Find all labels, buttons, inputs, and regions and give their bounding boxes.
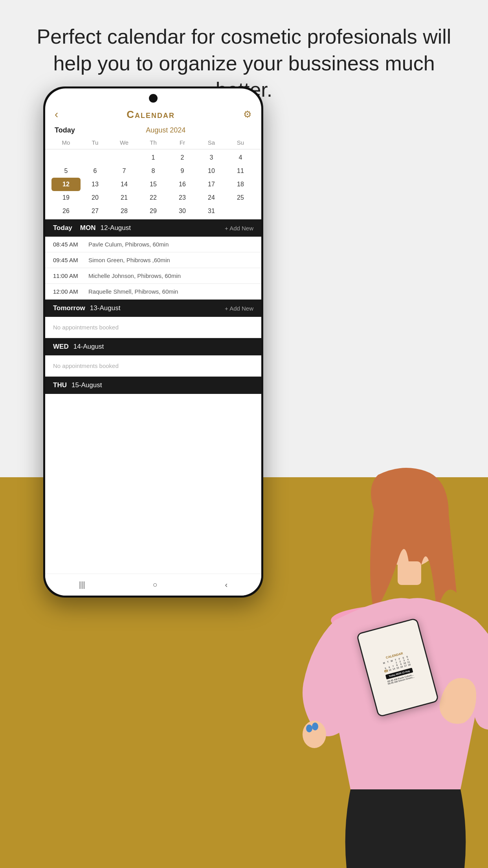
calendar-title: Calendar [127, 108, 175, 121]
month-label: August 2024 [80, 126, 252, 134]
nav-recents-icon[interactable]: ||| [79, 580, 85, 589]
phone-content: ‹ Calendar ⚙ Today August 2024 Mo Tu We … [45, 88, 261, 596]
day-we: We [110, 138, 139, 147]
sched-today-label: Today [53, 224, 72, 232]
nav-bar: ||| ○ ‹ [45, 574, 261, 596]
cal-cell [226, 204, 255, 218]
sched-wed-label: WED [53, 343, 69, 351]
cal-cell-26[interactable]: 26 [51, 204, 81, 218]
nav-home-icon[interactable]: ○ [152, 580, 157, 589]
svg-point-5 [312, 723, 318, 730]
cal-cell-12[interactable]: 12 [51, 178, 81, 191]
appt-time: 11:00 AM [53, 272, 88, 279]
sched-date-12: 12-August [100, 224, 131, 232]
cal-cell-10[interactable]: 10 [197, 164, 226, 178]
appt-desc: Raquelle Shmell, Phibrows, 60min [88, 288, 178, 295]
schedule-header-today: Today MON 12-August + Add New [45, 219, 261, 237]
cal-cell-3[interactable]: 3 [197, 151, 226, 164]
cal-cell-28[interactable]: 28 [110, 204, 139, 218]
add-new-button-tomorrow[interactable]: + Add New [225, 305, 253, 312]
cal-cell[interactable] [51, 151, 81, 164]
back-button[interactable]: ‹ [55, 108, 58, 121]
schedule-header-thu: THU 15-August [45, 377, 261, 394]
camera-dot [149, 94, 158, 103]
appt-desc: Pavle Culum, Phibrows, 60min [88, 241, 169, 248]
settings-icon[interactable]: ⚙ [243, 109, 252, 120]
cal-cell-23[interactable]: 23 [168, 191, 197, 204]
no-appointments-tomorrow: No appointments booked [45, 317, 261, 338]
cal-cell-25[interactable]: 25 [226, 191, 255, 204]
cal-cell-6[interactable]: 6 [81, 164, 110, 178]
day-th: Th [139, 138, 168, 147]
cal-cell-9[interactable]: 9 [168, 164, 197, 178]
person-image: CALENDAR MTWTFSS 1234 567891011 12131415… [244, 455, 488, 868]
cal-cell-5[interactable]: 5 [51, 164, 81, 178]
sched-thu-label: THU [53, 381, 67, 389]
cal-cell[interactable] [81, 151, 110, 164]
svg-point-4 [306, 725, 312, 732]
cal-cell-2[interactable]: 2 [168, 151, 197, 164]
add-new-button-today[interactable]: + Add New [225, 225, 253, 232]
nav-back-icon[interactable]: ‹ [225, 580, 227, 589]
today-label: Today [55, 126, 75, 134]
cal-cell-30[interactable]: 30 [168, 204, 197, 218]
svg-rect-2 [398, 561, 421, 585]
cal-cell-16[interactable]: 16 [168, 178, 197, 191]
calendar-grid: 1 2 3 4 5 6 7 8 9 10 11 12 13 14 15 16 1… [45, 149, 261, 219]
appointment-row[interactable]: 09:45 AM Simon Green, Phibrows ,60min [45, 252, 261, 268]
cal-cell-21[interactable]: 21 [110, 191, 139, 204]
schedule-header-tomorrow: Tomorrow 13-August + Add New [45, 300, 261, 317]
cal-cell-18[interactable]: 18 [226, 178, 255, 191]
appt-desc: Michelle Johnson, Phibrows, 60min [88, 272, 181, 279]
appt-desc: Simon Green, Phibrows ,60min [88, 257, 170, 263]
sched-date-14: 14-August [73, 343, 104, 351]
cal-cell-31[interactable]: 31 [197, 204, 226, 218]
day-mo: Mo [51, 138, 81, 147]
appt-time: 12:00 AM [53, 288, 88, 295]
sched-dow-mon: MON [80, 224, 96, 232]
phone-device: ‹ Calendar ⚙ Today August 2024 Mo Tu We … [43, 86, 263, 598]
cal-cell-1[interactable]: 1 [139, 151, 168, 164]
sched-date-15: 15-August [72, 381, 102, 389]
sched-date-13: 13-August [90, 304, 121, 312]
appointment-row[interactable]: 08:45 AM Pavle Culum, Phibrows, 60min [45, 237, 261, 252]
cal-cell-11[interactable]: 11 [226, 164, 255, 178]
phone-screen: ‹ Calendar ⚙ Today August 2024 Mo Tu We … [45, 88, 261, 596]
day-fr: Fr [168, 138, 197, 147]
appointment-row[interactable]: 11:00 AM Michelle Johnson, Phibrows, 60m… [45, 268, 261, 284]
schedule-header-wed: WED 14-August [45, 338, 261, 355]
day-headers: Mo Tu We Th Fr Sa Su [45, 136, 261, 149]
appointment-row[interactable]: 12:00 AM Raquelle Shmell, Phibrows, 60mi… [45, 284, 261, 300]
today-month-row: Today August 2024 [45, 125, 261, 136]
sched-tomorrow-label: Tomorrow [53, 304, 85, 312]
cal-cell-24[interactable]: 24 [197, 191, 226, 204]
cal-cell-14[interactable]: 14 [110, 178, 139, 191]
appt-time: 08:45 AM [53, 241, 88, 248]
cal-cell-22[interactable]: 22 [139, 191, 168, 204]
cal-cell-15[interactable]: 15 [139, 178, 168, 191]
cal-cell-8[interactable]: 8 [139, 164, 168, 178]
cal-cell-27[interactable]: 27 [81, 204, 110, 218]
cal-cell-17[interactable]: 17 [197, 178, 226, 191]
day-su: Su [226, 138, 255, 147]
cal-cell-20[interactable]: 20 [81, 191, 110, 204]
cal-cell-13[interactable]: 13 [81, 178, 110, 191]
cal-cell-29[interactable]: 29 [139, 204, 168, 218]
cal-cell-7[interactable]: 7 [110, 164, 139, 178]
no-appointments-wed: No appointments booked [45, 355, 261, 377]
day-sa: Sa [197, 138, 226, 147]
cal-cell-4[interactable]: 4 [226, 151, 255, 164]
appt-time: 09:45 AM [53, 257, 88, 263]
day-tu: Tu [81, 138, 110, 147]
cal-cell[interactable] [110, 151, 139, 164]
cal-cell-19[interactable]: 19 [51, 191, 81, 204]
